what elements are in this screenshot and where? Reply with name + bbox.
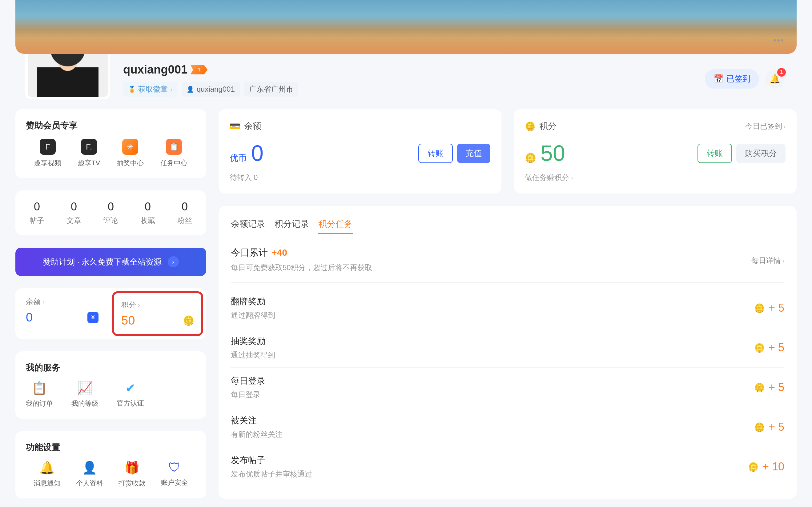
checkin-label: 已签到 [726,73,750,84]
setting-label: 消息通知 [34,479,61,488]
arrow-right-icon: › [168,256,179,267]
level-badge-icon: 1 [191,65,208,74]
currency-label: 优币 [230,152,247,164]
lottery-icon: ✳ [122,139,138,155]
notification-count-badge: 1 [777,68,786,76]
sponsor-item-video[interactable]: F 趣享视频 [34,139,61,168]
balance-cell[interactable]: 余额 › 0 ¥ [15,288,109,339]
task-reward-value: + 5 [769,381,784,394]
task-reward: 🪙 + 10 [748,460,784,473]
task-name: 发布帖子 [231,454,312,466]
service-level[interactable]: 📈 我的等级 [71,381,99,408]
tab-points-tasks[interactable]: 积分任务 [318,218,353,234]
sponsor-item-lottery[interactable]: ✳ 抽奖中心 [117,139,144,168]
profile-header: ••• quxiang001 1 🏅 获取徽章 › 👤 [15,0,797,97]
service-label: 我的订单 [26,399,53,408]
service-label: 我的等级 [71,399,99,408]
notifications-button[interactable]: 🔔 1 [765,69,784,89]
balance-value: 0 [26,311,33,324]
task-tabs: 余额记录 积分记录 积分任务 [231,218,784,234]
stat-value: 0 [71,200,77,213]
stat-articles[interactable]: 0 文章 [66,200,81,226]
chevron-right-icon: › [782,257,784,264]
task-card: 余额记录 积分记录 积分任务 今日累计 +40 每日可免费获取50积分，超过后将… [219,206,797,499]
stat-label: 评论 [103,216,118,226]
sponsor-exclusive-card: 赞助会员专享 F 趣享视频 F. 趣享TV ✳ 抽奖中心 � [15,109,206,178]
stats-card: 0 帖子 0 文章 0 评论 0 收藏 0 粉丝 [15,190,206,235]
balance-card-title: 余额 [244,120,261,132]
stat-label: 帖子 [30,216,44,226]
tasks-icon: 📋 [166,139,182,155]
stat-label: 粉丝 [177,216,192,226]
earn-points-link[interactable]: 做任务赚积分 › [525,173,786,182]
task-reward-value: + 5 [769,420,784,434]
setting-label: 个人资料 [76,479,103,488]
bell-icon: 🔔 [39,460,55,475]
coins-icon: 🪙 [754,382,765,393]
task-reward: 🪙 + 5 [754,420,784,434]
task-row: 发布帖子 发布优质帖子并审核通过 🪙 + 10 [231,447,784,487]
checkin-status-link[interactable]: 今日已签到 › [745,121,786,131]
points-cell[interactable]: 积分 › 50 🪙 [112,291,203,336]
shield-icon: 🛡 [168,460,181,474]
username: quxiang001 [123,63,187,76]
profile-icon: 👤 [82,460,97,475]
chevron-right-icon: › [43,298,45,305]
stat-comments[interactable]: 0 评论 [103,200,118,226]
points-card: 🪙 积分 今日已签到 › 🪙 50 [514,109,797,193]
transfer-points-button[interactable]: 转账 [698,144,732,163]
buy-points-button[interactable]: 购买积分 [736,144,786,163]
tab-points-log[interactable]: 积分记录 [275,218,309,234]
sponsor-banner[interactable]: 赞助计划 · 永久免费下载全站资源 › [15,248,206,276]
services-card: 我的服务 📋 我的订单 📈 我的等级 ✔ 官方认证 [15,351,206,419]
coins-icon: 🪙 [748,462,759,472]
get-badge-tag[interactable]: 🏅 获取徽章 › [123,82,177,97]
sponsor-item-tasks[interactable]: 📋 任务中心 [160,139,187,168]
stat-favorites[interactable]: 0 收藏 [140,200,155,226]
topup-button[interactable]: 充值 [457,144,490,163]
checkin-button[interactable]: 📅 已签到 [705,69,759,89]
stat-posts[interactable]: 0 帖子 [30,200,44,226]
points-label: 积分 [121,300,136,310]
task-reward-value: + 10 [762,460,784,473]
task-row: 每日登录 每日登录 🪙 + 5 [231,368,784,407]
user-icon: 👤 [186,86,194,93]
task-reward-value: + 5 [769,341,784,354]
setting-notifications[interactable]: 🔔 消息通知 [34,460,61,488]
clipboard-icon: 📋 [32,381,47,395]
coins-icon: 🪙 [754,303,765,313]
coins-icon: 🪙 [183,315,194,326]
location-tag: 广东省广州市 [244,82,298,97]
sponsor-item-tv[interactable]: F. 趣享TV [78,139,100,168]
tab-balance-log[interactable]: 余额记录 [231,218,265,234]
sponsor-item-label: 抽奖中心 [117,158,144,168]
stat-value: 0 [34,200,40,213]
stat-label: 收藏 [140,216,155,226]
service-orders[interactable]: 📋 我的订单 [26,381,53,408]
stat-followers[interactable]: 0 粉丝 [177,200,192,226]
setting-profile[interactable]: 👤 个人资料 [76,460,103,488]
daily-detail-link[interactable]: 每日详情 › [751,246,784,266]
sponsor-item-label: 趣享视频 [34,158,61,168]
setting-label: 账户安全 [161,478,188,487]
calendar-icon: 📅 [713,74,723,84]
pending-label: 待转入 [230,173,252,182]
task-name: 被关注 [231,415,282,427]
daily-detail-label: 每日详情 [751,256,781,266]
balance-card: 💳 余额 优币 0 转账 充值 [219,109,501,193]
sponsor-banner-text: 赞助计划 · 永久免费下载全站资源 [43,257,162,267]
task-row: 被关注 有新的粉丝关注 🪙 + 5 [231,407,784,447]
setting-security[interactable]: 🛡 账户安全 [161,460,188,488]
sponsor-exclusive-title: 赞助会员专享 [26,120,196,131]
task-desc: 每日登录 [231,390,265,400]
setting-tips[interactable]: 🎁 打赏收款 [118,460,146,488]
transfer-button[interactable]: 转账 [418,144,453,163]
settings-card: 功能设置 🔔 消息通知 👤 个人资料 🎁 打赏收款 � [15,431,206,498]
service-verified[interactable]: ✔ 官方认证 [117,381,144,408]
task-summary-desc: 每日可免费获取50积分，超过后将不再获取 [231,263,372,273]
task-summary: 今日累计 +40 每日可免费获取50积分，超过后将不再获取 每日详情 › [231,246,784,283]
video-icon: F [40,139,56,155]
more-icon[interactable]: ••• [773,36,784,45]
task-reward: 🪙 + 5 [754,381,784,394]
coins-icon: 🪙 [754,422,765,432]
